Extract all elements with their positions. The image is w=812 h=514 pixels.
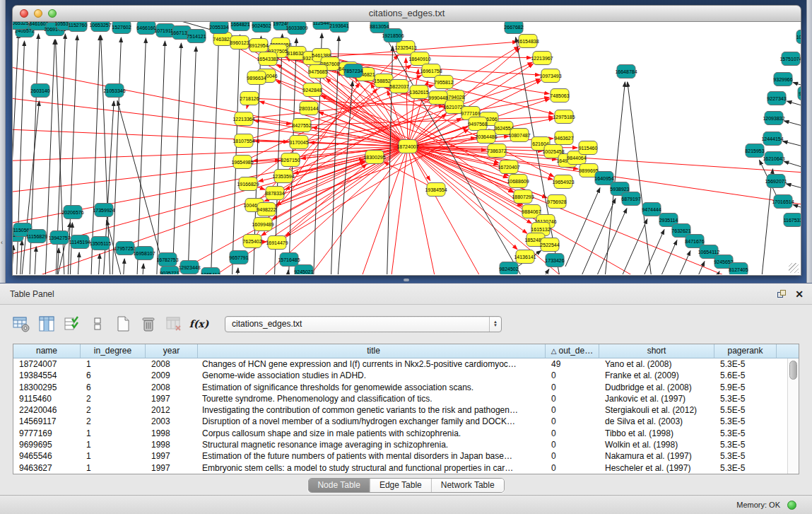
table-cell[interactable]: 5.9E-5 — [714, 382, 777, 393]
graph-node[interactable]: 3170045 — [289, 136, 308, 149]
graph-node[interactable]: 9824502 — [499, 262, 518, 275]
table-settings-icon[interactable] — [11, 315, 30, 334]
graph-node[interactable]: 1664821 — [230, 22, 249, 31]
graph-node[interactable]: 8127405 — [729, 263, 748, 275]
graph-node[interactable]: 15751074 — [779, 52, 801, 66]
table-cell[interactable]: Tibbo et al. (1998) — [599, 428, 714, 439]
table-cell[interactable]: 0 — [546, 393, 599, 404]
graph-node[interactable]: 18300295 — [363, 151, 385, 164]
graph-node[interactable]: 9657791 — [229, 251, 248, 264]
table-cell[interactable]: 5.3E-5 — [714, 439, 777, 450]
window-resize-grip[interactable] — [789, 263, 799, 273]
table-cell[interactable]: Embryonic stem cells: a model to study s… — [198, 462, 546, 474]
table-cell[interactable]: 1 — [81, 358, 146, 370]
table-cell[interactable]: Structural magnetic resonance image aver… — [198, 439, 546, 450]
table-cell[interactable]: 9699695 — [13, 439, 81, 450]
graph-node[interactable]: 19384554 — [425, 183, 447, 197]
graph-node[interactable]: 1152760 — [69, 22, 88, 32]
function-builder-icon[interactable]: f(x) — [189, 315, 208, 334]
table-cell[interactable]: 0 — [546, 439, 599, 450]
graph-node[interactable]: 7514121 — [187, 30, 206, 43]
graph-node[interactable]: 19654923 — [552, 175, 574, 189]
graph-node[interactable]: 16099489 — [252, 218, 273, 231]
panel-splitter-handle[interactable] — [404, 279, 409, 281]
graph-node[interactable]: 2522544 — [540, 238, 559, 252]
graph-node[interactable]: 19218506 — [382, 29, 404, 42]
table-selector-combo[interactable]: citations_edges.txt ▲▼ — [225, 316, 502, 332]
tab-network-table[interactable]: Network Table — [432, 479, 504, 492]
table-cell[interactable]: 5.3E-5 — [714, 462, 777, 474]
graph-node[interactable]: 1167533 — [784, 214, 801, 227]
table-row[interactable]: 1938455462009Genome-wide association stu… — [13, 370, 787, 381]
table-cell[interactable]: 5.3E-5 — [714, 450, 777, 462]
table-cell[interactable]: 2003 — [146, 416, 198, 427]
table-cell[interactable]: 5.3E-5 — [714, 393, 777, 404]
table-row[interactable]: 977716911998Corpus callosum shape and si… — [13, 428, 787, 439]
graph-node[interactable]: 1640954 — [594, 172, 613, 185]
table-cell[interactable]: 9463627 — [13, 462, 81, 474]
zoom-window-icon[interactable] — [48, 9, 57, 18]
network-canvas[interactable]: 1872400712325413186409101696175879558126… — [12, 22, 801, 276]
graph-node[interactable]: 9990448 — [428, 91, 447, 105]
graph-node[interactable]: 12093832 — [763, 112, 784, 125]
table-row[interactable]: 946554611997Estimation of the future num… — [13, 450, 787, 462]
citation-graph[interactable]: 1872400712325413186409101696175879558126… — [13, 22, 801, 274]
table-cell[interactable]: 0 — [546, 382, 599, 393]
table-cell[interactable]: Estimation of the future numbers of pati… — [198, 450, 546, 462]
tab-node-table[interactable]: Node Table — [308, 479, 370, 492]
column-header-name[interactable]: name — [13, 344, 81, 358]
graph-node[interactable]: 16782753 — [156, 253, 178, 267]
graph-node[interactable]: 5822037 — [389, 80, 408, 93]
table-scrollbar[interactable] — [787, 358, 799, 474]
graph-node[interactable]: 2667682 — [504, 22, 523, 34]
table-row[interactable]: 1830029562008Estimation of significance … — [13, 382, 787, 393]
table-cell[interactable]: 0 — [546, 450, 599, 462]
table-cell[interactable]: 1 — [81, 428, 146, 439]
graph-node[interactable]: 9227343 — [767, 92, 786, 105]
graph-node[interactable]: 12923448 — [178, 261, 200, 274]
table-cell[interactable]: 1998 — [146, 428, 198, 439]
graph-node[interactable]: 2603140 — [30, 84, 49, 98]
table-cell[interactable]: de Silva et al. (2003) — [599, 416, 714, 427]
table-cell[interactable]: Yano et al. (2008) — [599, 358, 714, 370]
show-columns-icon[interactable] — [37, 315, 56, 334]
graph-node[interactable]: 9474444 — [642, 203, 661, 216]
graph-node[interactable]: 8912954 — [249, 39, 268, 52]
graph-node[interactable]: 15716485 — [278, 253, 300, 267]
table-row[interactable]: 946362711997Embryonic stem cells: a mode… — [13, 462, 787, 474]
graph-node[interactable]: 8267150 — [281, 153, 300, 167]
graph-node[interactable]: 2718126 — [240, 92, 259, 105]
graph-node[interactable]: 17359924 — [93, 204, 114, 217]
tab-edge-table[interactable]: Edge Table — [370, 479, 432, 492]
table-cell[interactable]: Nakamura et al. (1997) — [599, 450, 714, 462]
table-cell[interactable]: 1998 — [146, 439, 198, 450]
graph-node[interactable]: 9035721 — [160, 267, 179, 275]
table-cell[interactable]: 2 — [81, 404, 146, 416]
table-row[interactable]: 2242004622012Investigating the contribut… — [13, 404, 787, 416]
graph-node[interactable]: 6466160 — [136, 22, 155, 35]
table-cell[interactable]: 14569117 — [13, 416, 81, 427]
graph-node[interactable]: 1065413 — [201, 268, 220, 275]
graph-node[interactable]: 10653257 — [89, 22, 111, 32]
table-cell[interactable]: Disruption of a novel member of a sodium… — [198, 416, 546, 427]
table-cell[interactable]: Wolkin et al. (1998) — [599, 439, 714, 450]
graph-node[interactable]: 18724007 — [396, 140, 418, 153]
table-cell[interactable]: 0 — [546, 416, 599, 427]
column-header-out_de[interactable]: △out_de… — [546, 344, 599, 358]
table-cell[interactable]: 49 — [546, 358, 599, 370]
close-panel-icon[interactable]: ✕ — [795, 288, 804, 300]
table-cell[interactable]: 19384554 — [13, 370, 81, 381]
table-row[interactable]: 1872400712008Changes of HCN gene express… — [13, 358, 787, 370]
table-cell[interactable]: 9777169 — [13, 428, 81, 439]
graph-node[interactable]: 11145194 — [69, 235, 90, 249]
graph-node[interactable]: 17016514 — [772, 195, 794, 209]
table-row[interactable]: 969969511998Structural magnetic resonanc… — [13, 439, 787, 450]
delete-rows-icon[interactable] — [139, 315, 158, 334]
column-header-year[interactable]: year — [146, 344, 198, 358]
graph-node[interactable]: 16648784 — [615, 65, 637, 78]
graph-node[interactable]: 20364486 — [475, 130, 497, 144]
column-header-pagerank[interactable]: pagerank — [714, 344, 777, 358]
table-cell[interactable]: 9115460 — [13, 393, 81, 404]
table-cell[interactable]: 5.5E-5 — [714, 404, 777, 416]
graph-node[interactable]: 1733426 — [545, 254, 564, 267]
